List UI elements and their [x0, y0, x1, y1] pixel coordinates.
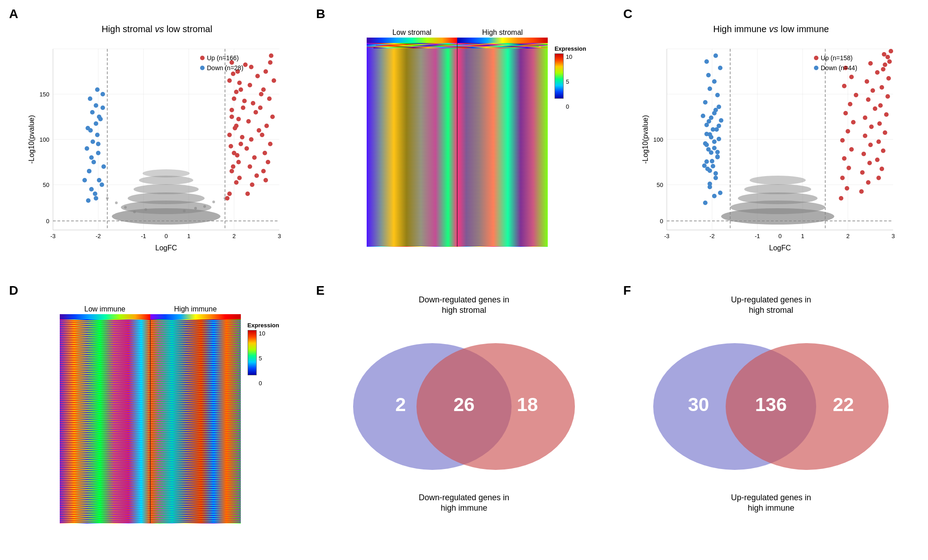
- svg-point-216: [842, 156, 847, 161]
- svg-point-258: [882, 52, 886, 57]
- svg-point-60: [89, 155, 94, 160]
- svg-point-107: [254, 110, 258, 115]
- svg-text:150: 150: [39, 91, 49, 98]
- svg-point-29: [143, 169, 190, 177]
- svg-text:-1: -1: [755, 233, 761, 239]
- col1-label-d: Low immune: [60, 305, 150, 313]
- panel-e-bottom-title: Down-regulated genes inhigh immune: [419, 493, 509, 514]
- volcano-a: -Log10(pvalue) LogFC 0 50 100 150 -3 -2 …: [26, 35, 288, 262]
- svg-point-105: [257, 128, 261, 133]
- svg-point-215: [847, 166, 851, 170]
- svg-point-101: [248, 164, 252, 169]
- svg-text:-Log10(pvalue): -Log10(pvalue): [641, 115, 649, 164]
- svg-point-99: [250, 182, 254, 187]
- svg-point-166: [750, 176, 806, 185]
- svg-point-240: [871, 88, 875, 93]
- svg-point-73: [239, 142, 243, 146]
- panel-c-label: C: [623, 7, 632, 21]
- svg-point-65: [88, 96, 92, 101]
- svg-point-180: [718, 191, 722, 195]
- svg-point-41: [89, 187, 94, 191]
- panel-b-label: B: [316, 7, 325, 21]
- svg-point-233: [861, 152, 866, 156]
- svg-point-58: [86, 198, 91, 203]
- svg-point-115: [266, 160, 270, 164]
- panel-c: C High immune vs low immune: [619, 5, 923, 279]
- legend-down-label-a: Down (n=28): [207, 64, 244, 72]
- expression-legend-b: Expression 10 5 0: [555, 45, 586, 99]
- svg-point-48: [95, 133, 100, 137]
- svg-point-110: [248, 83, 252, 87]
- svg-point-227: [885, 55, 890, 59]
- svg-point-116: [263, 151, 267, 155]
- volcano-c-svg: -Log10(pvalue) LogFC 0 50 100 -3 -2 -1 0…: [640, 35, 902, 262]
- svg-point-62: [86, 126, 90, 130]
- svg-point-194: [712, 79, 717, 84]
- panel-e: E Down-regulated genes inhigh stromal 2 …: [311, 281, 616, 555]
- svg-point-212: [839, 196, 843, 201]
- svg-point-181: [708, 182, 712, 186]
- svg-point-94: [234, 90, 239, 94]
- svg-rect-134: [367, 47, 541, 48]
- venn-e-right-num: 18: [517, 394, 538, 415]
- svg-point-53: [100, 105, 105, 110]
- svg-point-57: [93, 191, 97, 196]
- svg-point-219: [846, 129, 850, 134]
- svg-point-92: [230, 108, 234, 112]
- heatmap-d: Low immune High immune: [33, 303, 282, 534]
- svg-point-242: [875, 70, 880, 75]
- svg-point-100: [254, 173, 259, 178]
- svg-point-61: [96, 142, 100, 146]
- svg-point-106: [246, 119, 251, 124]
- svg-point-198: [713, 53, 718, 58]
- svg-point-113: [263, 178, 268, 182]
- venn-e-left-num: 2: [395, 394, 406, 415]
- svg-point-85: [237, 176, 242, 180]
- legend-up-label-a: Up (n=166): [207, 54, 239, 62]
- svg-point-244: [876, 176, 881, 180]
- svg-point-213: [845, 186, 849, 191]
- svg-point-192: [715, 93, 720, 97]
- svg-text:-1: -1: [141, 233, 146, 239]
- panel-b: B Low stromal High stromal: [311, 5, 616, 279]
- svg-point-247: [881, 148, 885, 153]
- legend-up-dot-a: [200, 56, 205, 60]
- svg-text:-3: -3: [50, 233, 56, 239]
- svg-point-229: [859, 189, 864, 194]
- svg-point-90: [233, 126, 237, 130]
- svg-text:0: 0: [660, 218, 663, 225]
- svg-point-68: [227, 191, 232, 196]
- svg-rect-132: [376, 45, 548, 46]
- panel-c-title: High immune vs low immune: [713, 24, 829, 34]
- svg-text:0: 0: [164, 233, 167, 239]
- svg-point-66: [100, 92, 105, 96]
- svg-text:50: 50: [43, 182, 49, 188]
- svg-point-91: [236, 117, 241, 121]
- svg-point-249: [883, 130, 887, 135]
- svg-point-77: [241, 105, 245, 110]
- svg-point-108: [251, 101, 255, 105]
- svg-point-254: [880, 85, 884, 90]
- svg-point-121: [258, 105, 263, 110]
- panel-d-label: D: [9, 283, 18, 298]
- svg-point-221: [843, 111, 848, 115]
- svg-point-84: [225, 196, 230, 201]
- svg-point-217: [849, 147, 854, 152]
- panel-a-label: A: [9, 7, 18, 21]
- venn-f-svg: 30 136 22: [644, 318, 898, 490]
- svg-point-245: [880, 167, 884, 171]
- svg-point-262: [814, 66, 818, 70]
- svg-point-253: [885, 94, 890, 99]
- heatmap-d-svg: [60, 320, 241, 523]
- svg-point-182: [713, 171, 718, 176]
- svg-rect-133: [367, 46, 539, 47]
- svg-point-96: [231, 72, 235, 76]
- svg-point-228: [883, 62, 887, 67]
- red-dots-a: [225, 53, 276, 201]
- svg-point-255: [886, 76, 891, 81]
- svg-point-95: [237, 81, 242, 85]
- venn-f-right-num: 22: [833, 394, 854, 415]
- svg-point-230: [866, 180, 871, 185]
- svg-text:-3: -3: [665, 233, 670, 239]
- panel-f-top-title: Up-regulated genes inhigh stromal: [731, 295, 811, 316]
